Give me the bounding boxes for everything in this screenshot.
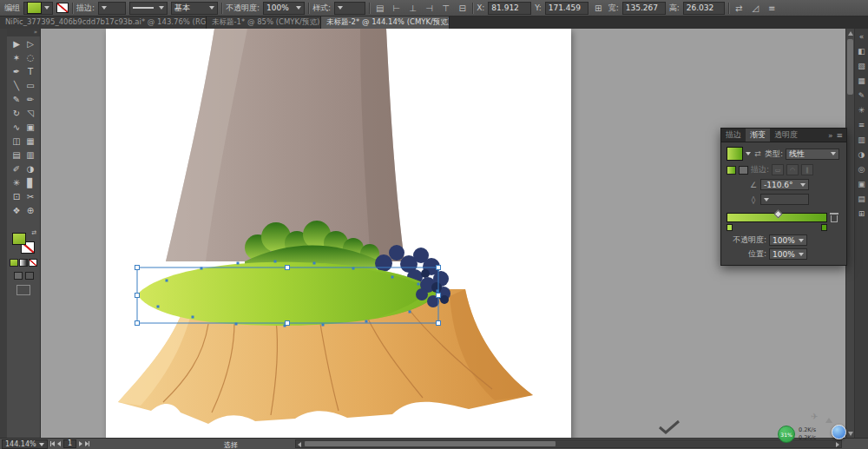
reverse-gradient-icon[interactable]: ⇄ — [753, 149, 762, 158]
horizontal-scrollbar[interactable] — [295, 439, 842, 448]
document-setup-icon[interactable]: ▤ — [373, 2, 386, 15]
align-right-icon[interactable]: ⊣ — [423, 2, 436, 15]
float-ball-icon[interactable] — [832, 425, 846, 439]
document-tab-1[interactable]: NiPic_377395_406b9cdd7b17c93b.ai* @ 143.… — [0, 17, 207, 29]
gradient-tool[interactable]: ▥ — [23, 148, 37, 162]
artboard[interactable] — [106, 29, 571, 439]
gradient-panel-icon[interactable]: ▥ — [858, 135, 865, 144]
scale-tool[interactable]: ◹ — [23, 106, 37, 120]
tab-stroke[interactable]: 描边 — [721, 129, 746, 142]
stroke-weight-field[interactable] — [98, 2, 126, 15]
symbols-panel-icon[interactable]: ✳ — [858, 106, 865, 115]
previous-artboard-button[interactable] — [57, 441, 61, 446]
next-artboard-button[interactable] — [79, 441, 82, 446]
vertical-scroll-thumb[interactable] — [847, 39, 853, 95]
line-segment-tool[interactable]: ╲ — [10, 78, 23, 92]
x-field[interactable]: 81.912 — [488, 2, 531, 15]
gradient-angle-field[interactable]: -110.6° — [760, 179, 809, 190]
aspect-ratio-field[interactable] — [760, 194, 809, 205]
artboard-tool[interactable]: ⊡ — [10, 189, 23, 203]
scroll-left-icon[interactable] — [298, 442, 301, 447]
gradient-within-stroke-icon[interactable]: ▭ — [772, 164, 784, 175]
swatches-panel-icon[interactable]: ▦ — [858, 76, 865, 85]
panel-menu-icon[interactable]: ≡ — [836, 131, 843, 140]
mesh-tool[interactable]: ▤ — [10, 148, 23, 162]
first-artboard-button[interactable] — [50, 441, 55, 446]
brushes-panel-icon[interactable]: ✎ — [858, 91, 865, 100]
gradient-fill-toggle[interactable] — [727, 166, 736, 175]
progress-circle[interactable]: 31% — [778, 426, 795, 443]
slice-tool[interactable]: ✂ — [23, 189, 37, 203]
width-profile-select[interactable] — [129, 2, 168, 15]
y-field[interactable]: 171.459 — [545, 2, 589, 15]
layers-panel-icon[interactable]: ▤ — [858, 195, 865, 203]
width-tool[interactable]: ∿ — [10, 120, 23, 134]
free-transform-tool[interactable]: ▣ — [23, 120, 37, 134]
stroke-panel-icon[interactable]: ≡ — [858, 121, 865, 129]
gradient-fill-swatch[interactable] — [727, 147, 743, 161]
rotate-tool[interactable]: ↻ — [10, 106, 23, 120]
swap-transform-icon[interactable]: ⇄ — [733, 2, 746, 15]
swap-fill-stroke-icon[interactable]: ⇄ — [31, 229, 36, 236]
none-button[interactable] — [29, 259, 37, 267]
height-field[interactable]: 26.032 — [683, 2, 725, 15]
style-select[interactable] — [334, 2, 365, 15]
constrain-proportions-icon[interactable]: ⊞ — [592, 2, 605, 15]
rectangle-tool[interactable]: ▭ — [23, 78, 37, 92]
hand-tool[interactable]: ❖ — [10, 203, 23, 217]
symbol-sprayer-tool[interactable]: ✳ — [10, 175, 23, 189]
opacity-field[interactable]: 100% — [263, 2, 305, 15]
up-arrow-icon[interactable] — [825, 418, 832, 423]
distribute-icon[interactable]: ⊟ — [456, 2, 469, 15]
boost-plane-icon[interactable]: ✈ — [811, 412, 818, 421]
gradient-stroke-toggle[interactable] — [739, 166, 748, 175]
gradient-type-select[interactable]: 线性 — [786, 149, 839, 160]
brush-definition-select[interactable]: 基本 — [171, 2, 218, 15]
gradient-stop-start[interactable] — [727, 224, 733, 231]
tools-panel-header[interactable]: » — [7, 29, 40, 36]
selection-tool[interactable]: ▶ — [10, 36, 23, 50]
gradient-ramp[interactable] — [727, 213, 827, 222]
align-center-icon[interactable]: ⊥ — [406, 2, 419, 15]
draw-normal-button[interactable] — [14, 272, 23, 280]
delete-stop-icon[interactable] — [831, 215, 838, 222]
appearance-panel-icon[interactable]: ◎ — [858, 165, 865, 174]
paintbrush-tool[interactable]: ✎ — [10, 92, 23, 106]
fill-color-swatch[interactable] — [23, 2, 53, 15]
graphic-styles-panel-icon[interactable]: ▣ — [858, 180, 865, 188]
zoom-select[interactable]: 144.14% — [2, 439, 48, 449]
draw-behind-button[interactable] — [25, 272, 34, 280]
direct-selection-tool[interactable]: ▷ — [23, 36, 37, 50]
document-tab-2[interactable]: 未标题-1* @ 85% (CMYK/预览)× — [207, 17, 321, 29]
collapse-panel-icon[interactable]: » — [828, 131, 833, 140]
column-graph-tool[interactable]: ▊ — [23, 175, 37, 189]
color-button[interactable] — [10, 259, 18, 267]
color-guide-panel-icon[interactable]: ▧ — [858, 62, 865, 70]
tab-gradient[interactable]: 渐变 — [746, 129, 770, 142]
document-tab-3[interactable]: 未标题-2* @ 144.14% (CMYK/预览)× — [321, 17, 450, 29]
pencil-tool[interactable]: ✏ — [23, 92, 37, 106]
perspective-grid-tool[interactable]: ▦ — [23, 134, 37, 148]
gradient-along-stroke-icon[interactable]: ◠ — [786, 164, 799, 175]
align-top-icon[interactable]: ⊤ — [439, 2, 452, 15]
shear-icon[interactable]: ◿ — [749, 2, 762, 15]
transparency-panel-icon[interactable]: ◑ — [858, 150, 865, 159]
shape-builder-tool[interactable]: ◫ — [10, 134, 23, 148]
gradient-across-stroke-icon[interactable]: ∥ — [801, 164, 813, 175]
artboards-panel-icon[interactable]: ⊞ — [858, 209, 865, 218]
gradient-stop-end[interactable] — [821, 224, 827, 231]
fill-indicator[interactable] — [12, 233, 26, 245]
align-left-icon[interactable]: ⊢ — [390, 2, 403, 15]
expand-panels-icon[interactable]: « — [859, 32, 865, 41]
scroll-up-icon[interactable] — [848, 31, 853, 36]
tab-transparency[interactable]: 透明度 — [770, 129, 802, 142]
magic-wand-tool[interactable]: ✶ — [10, 50, 23, 64]
gradient-opacity-field[interactable]: 100% — [769, 234, 807, 246]
artboard-number-field[interactable]: 1 — [63, 439, 76, 448]
gradient-midpoint-handle[interactable] — [774, 210, 783, 219]
color-panel-icon[interactable]: ◧ — [858, 47, 865, 56]
eyedropper-tool[interactable]: ✐ — [10, 162, 23, 175]
blend-tool[interactable]: ◑ — [23, 162, 37, 175]
width-field[interactable]: 135.267 — [622, 2, 666, 15]
horizontal-scroll-thumb[interactable] — [305, 441, 556, 446]
